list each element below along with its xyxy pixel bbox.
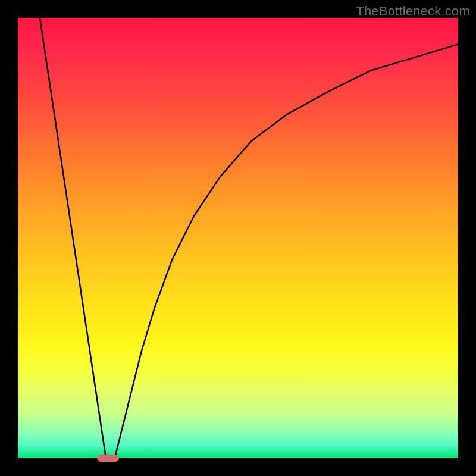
left-line-path	[40, 18, 106, 458]
chart-frame: TheBottleneck.com	[0, 0, 476, 476]
bottleneck-marker	[97, 455, 119, 462]
right-curve-path	[115, 44, 458, 458]
chart-curves	[18, 18, 458, 458]
plot-area	[18, 18, 458, 458]
watermark-text: TheBottleneck.com	[356, 4, 470, 19]
